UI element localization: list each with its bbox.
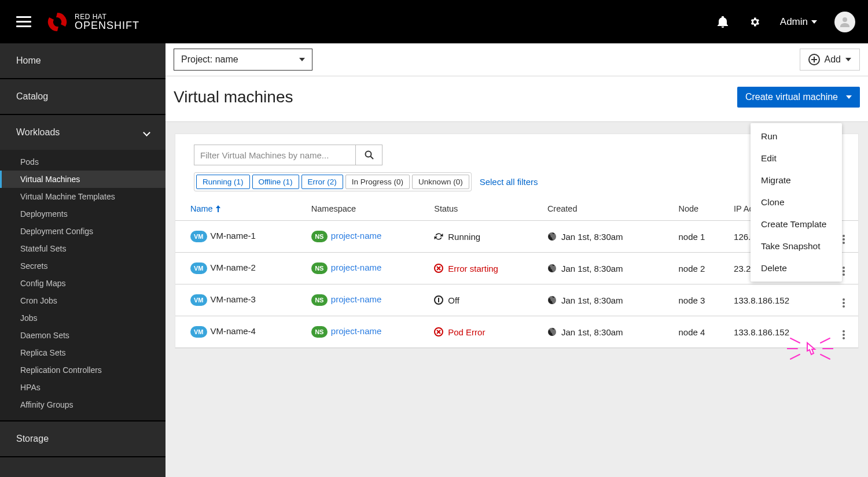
namespace-link[interactable]: project-name [331, 326, 382, 336]
sidebar-item-deployments[interactable]: Deployments [0, 205, 165, 223]
select-all-filters-link[interactable]: Select all filters [480, 177, 538, 187]
vm-badge-icon: VM [190, 294, 207, 306]
col-namespace[interactable]: Namespace [307, 197, 429, 221]
sidebar-item-config-maps[interactable]: Config Maps [0, 275, 165, 292]
vm-name[interactable]: VM-name-4 [211, 326, 256, 336]
sidebar-section-home[interactable]: Home [0, 43, 165, 78]
search-button[interactable] [356, 145, 382, 165]
vm-name[interactable]: VM-name-1 [211, 231, 256, 241]
col-node[interactable]: Node [674, 197, 730, 221]
row-kebab-button[interactable] [829, 316, 858, 348]
menu-item-run[interactable]: Run [751, 125, 842, 147]
sidebar-section-catalog[interactable]: Catalog [0, 79, 165, 114]
ns-badge-icon: NS [311, 294, 328, 306]
sidebar-item-hpas[interactable]: HPAs [0, 379, 165, 396]
col-created[interactable]: Created [543, 197, 674, 221]
menu-toggle-icon[interactable] [16, 13, 31, 30]
settings-gear-icon[interactable] [749, 16, 760, 28]
namespace-link[interactable]: project-name [331, 294, 382, 304]
redhat-logo-icon [46, 10, 69, 34]
notifications-icon[interactable] [718, 16, 728, 28]
caret-down-icon [845, 58, 851, 61]
caret-down-icon [811, 20, 817, 24]
caret-down-icon [846, 95, 852, 99]
svg-point-0 [843, 17, 847, 22]
sidebar-item-pods[interactable]: Pods [0, 153, 165, 171]
sidebar-item-replica-sets[interactable]: Replica Sets [0, 344, 165, 361]
search-input[interactable] [194, 145, 356, 165]
menu-item-take-snapshot[interactable]: Take Snapshot [751, 235, 842, 257]
status-text: Running [448, 232, 480, 242]
sync-icon [434, 232, 443, 241]
node-text: node 1 [674, 221, 730, 253]
ns-badge-icon: NS [311, 262, 328, 274]
ip-text: 133.8.186.152 [729, 284, 829, 316]
namespace-link[interactable]: project-name [331, 231, 382, 241]
brand-logo[interactable]: RED HAT OPENSHIFT [46, 10, 139, 34]
filter-chip-1[interactable]: Offline (1) [252, 175, 299, 189]
col-name[interactable]: Name [175, 197, 307, 221]
chevron-down-icon [143, 129, 150, 136]
svg-point-2 [365, 151, 371, 157]
node-text: node 4 [674, 316, 730, 348]
brand-text: RED HAT OPENSHIFT [75, 13, 139, 31]
sidebar-section-label: Storage [16, 434, 49, 444]
filter-chip-3[interactable]: In Progress (0) [345, 175, 410, 189]
row-kebab-button[interactable] [829, 284, 858, 316]
globe-icon [547, 295, 557, 305]
vm-badge-icon: VM [190, 262, 207, 274]
svg-line-3 [370, 157, 373, 160]
sidebar-item-stateful-sets[interactable]: Stateful Sets [0, 240, 165, 257]
node-text: node 3 [674, 284, 730, 316]
user-menu[interactable]: Admin [780, 16, 817, 28]
sidebar-item-replication-controllers[interactable]: Replication Controllers [0, 361, 165, 379]
globe-icon [547, 264, 557, 273]
sort-asc-icon [215, 205, 221, 212]
sidebar-item-secrets[interactable]: Secrets [0, 257, 165, 275]
menu-item-migrate[interactable]: Migrate [751, 169, 842, 191]
vm-badge-icon: VM [190, 231, 207, 242]
menu-item-edit[interactable]: Edit [751, 147, 842, 169]
globe-icon [547, 327, 557, 337]
namespace-link[interactable]: project-name [331, 262, 382, 272]
created-text: Jan 1st, 8:30am [561, 295, 623, 305]
kebab-icon [843, 267, 845, 276]
sidebar-item-virtual-machines[interactable]: Virtual Machines [0, 171, 165, 188]
page-titlebar: Virtual machines Create virtual machine [165, 76, 868, 122]
menu-item-create-template[interactable]: Create Template [751, 213, 842, 235]
sidebar: HomeCatalogWorkloadsPodsVirtual Machines… [0, 43, 165, 477]
sidebar-item-jobs[interactable]: Jobs [0, 309, 165, 327]
created-text: Jan 1st, 8:30am [561, 264, 623, 273]
status-text: Off [448, 295, 459, 305]
row-actions-menu: RunEditMigrateCloneCreate TemplateTake S… [751, 123, 842, 282]
status-text: Error starting [448, 264, 498, 273]
user-name: Admin [780, 16, 808, 28]
sidebar-item-cron-jobs[interactable]: Cron Jobs [0, 292, 165, 309]
avatar[interactable] [834, 12, 855, 32]
ns-badge-icon: NS [311, 231, 328, 242]
sidebar-section-workloads[interactable]: Workloads [0, 115, 165, 150]
add-button[interactable]: Add [800, 49, 860, 71]
node-text: node 2 [674, 253, 730, 284]
filter-chip-4[interactable]: Unknown (0) [412, 175, 469, 189]
menu-item-clone[interactable]: Clone [751, 191, 842, 213]
add-label: Add [825, 54, 841, 65]
error-circle-icon [434, 264, 443, 273]
sidebar-item-deployment-configs[interactable]: Deployment Configs [0, 223, 165, 240]
vm-name[interactable]: VM-name-2 [211, 262, 256, 272]
sidebar-section-storage[interactable]: Storage [0, 421, 165, 456]
vm-name[interactable]: VM-name-3 [211, 294, 256, 304]
create-vm-button[interactable]: Create virtual machine [737, 87, 860, 108]
filter-chip-0[interactable]: Running (1) [196, 175, 250, 189]
col-status[interactable]: Status [429, 197, 543, 221]
menu-item-delete[interactable]: Delete [751, 257, 842, 279]
sidebar-item-virtual-machine-templates[interactable]: Virtual Machine Templates [0, 188, 165, 205]
search-icon [365, 150, 374, 160]
project-selector[interactable]: Project: name [174, 49, 312, 71]
sidebar-item-affinity-groups[interactable]: Affinity Groups [0, 396, 165, 413]
sidebar-item-daemon-sets[interactable]: Daemon Sets [0, 327, 165, 344]
filter-chip-2[interactable]: Error (2) [301, 175, 343, 189]
project-selector-label: Project: name [181, 54, 238, 65]
table-row: VMVM-name-4NSproject-namePod ErrorJan 1s… [175, 316, 858, 348]
globe-icon [547, 232, 557, 241]
